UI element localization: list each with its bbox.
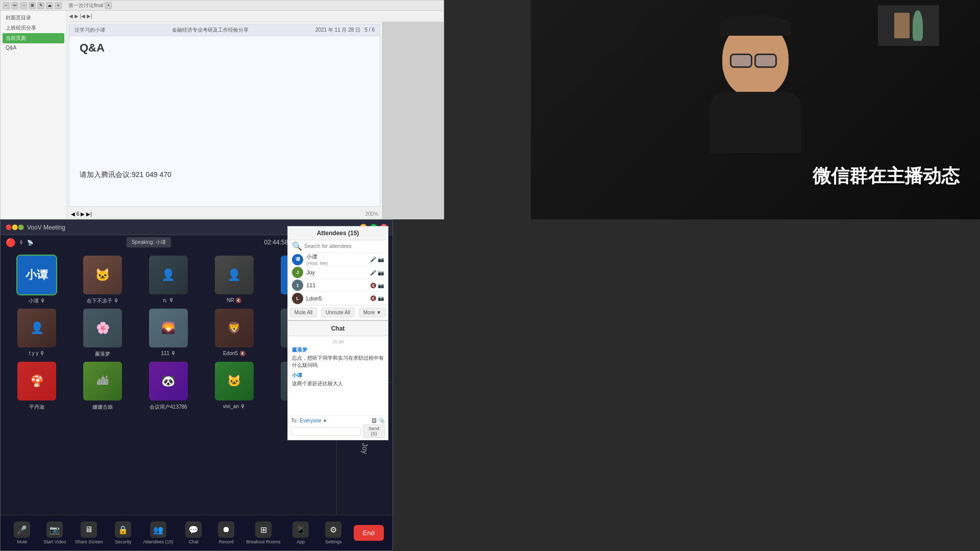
chat-panel: Chat 15:38 薰落梦 忘点，想听下同学和实习在求职过程中有什么疑问吗 小… — [287, 320, 388, 440]
person-head — [722, 20, 789, 97]
app-label: App — [297, 539, 305, 544]
attendees-tool[interactable]: 👥 Attendees (15) — [143, 521, 174, 544]
attendees-icon: 👥 — [150, 521, 166, 538]
more-button[interactable]: More ▼ — [359, 308, 386, 317]
nav-item-2[interactable]: 上班经历分享 — [3, 23, 64, 33]
nav-item-3[interactable]: 当前页面 — [3, 33, 64, 43]
participant-name-xunm: 薰落梦 — [95, 350, 110, 358]
voov-toolbar: 🎤 Mute 📷 Start Video 🖥 Share Screen 🔒 Se… — [1, 515, 393, 550]
toolbar-btn-4[interactable]: ⊞ — [29, 2, 36, 9]
participant-avatar-ssg: 🏙 — [82, 361, 123, 402]
end-meeting-button[interactable]: End — [354, 525, 384, 541]
participant-name-nr: NR 🔇 — [227, 297, 241, 303]
toolbar-btn-5[interactable]: ✎ — [37, 2, 44, 9]
share-screen-icon: 🖥 — [81, 521, 97, 538]
settings-tool[interactable]: ⚙ Settings — [321, 521, 346, 544]
breakout-label: Breakout Rooms — [247, 539, 281, 544]
settings-icon: ⚙ — [325, 521, 341, 538]
slide-page: 泛学习的小谭 金融经济专业考研及工作经验分享 2021 年 11 月 28 日 … — [69, 24, 380, 207]
share-screen-tool[interactable]: 🖥 Share Screen — [75, 521, 103, 544]
toolbar-btn-3[interactable]: → — [20, 2, 27, 9]
attendee-avatar-111: 1 — [292, 280, 303, 291]
breakout-icon: ⊞ — [255, 521, 272, 538]
toolbar-btn-2[interactable]: ↩ — [11, 2, 18, 9]
speaking-indicator: Speaking: 小谭 — [127, 237, 171, 247]
participant-tile-zx: 🐱 在下不凉子 🎙 — [71, 255, 134, 305]
attendees-search-input[interactable] — [304, 243, 384, 249]
shelf-decoration — [878, 5, 939, 46]
attendee-icons-xiaot: 🎤 📷 — [370, 257, 384, 262]
chat-to-select[interactable]: Everyone — [300, 418, 321, 423]
participant-avatar-conf: 🐼 — [148, 361, 189, 402]
security-tool[interactable]: 🔒 Security — [110, 521, 136, 544]
participant-name-zx: 在下不凉子 🎙 — [87, 297, 119, 305]
slide-header-left: 泛学习的小谭 — [75, 27, 105, 34]
person-body — [709, 92, 801, 153]
slide-meeting-text: 请加入腾讯会议:921 049 470 — [69, 164, 380, 186]
toolbar-btn-close[interactable]: × — [55, 2, 62, 9]
hair — [720, 15, 791, 36]
chat-image-icon[interactable]: 🖼 — [372, 418, 377, 423]
chat-sender-2: 小谭 — [292, 372, 384, 379]
search-icon: 🔍 — [292, 241, 302, 251]
participant-avatar-n: 👤 — [148, 255, 189, 295]
webcam-overlay-text: 微信群在主播动态 — [813, 164, 960, 189]
chat-to-row: To: Everyone ▾ 🖼 📎 — [291, 418, 385, 423]
cam-icon-111: 📷 — [378, 283, 384, 288]
slide-header-right: 2021 年 11 月 28 日 5 / 6 — [315, 27, 375, 34]
chat-sender-1: 薰落梦 — [292, 346, 384, 354]
mute-all-button[interactable]: Mute All — [290, 308, 317, 317]
chat-send-button[interactable]: Send (S) — [363, 424, 385, 438]
mic-icon-joy: 🎤 — [370, 270, 376, 276]
avatar-img-pdh: 🍄 — [17, 362, 56, 400]
start-video-tool[interactable]: 📷 Start Video — [42, 521, 67, 544]
app-tool[interactable]: 📱 App — [288, 521, 313, 544]
unmute-all-button[interactable]: Unmute All — [321, 308, 355, 317]
chat-tool[interactable]: 💬 Chat — [181, 521, 206, 544]
record-tool[interactable]: ⏺ Record — [213, 521, 239, 544]
slide-main: 泛学习的小谭 金融经济专业考研及工作经验分享 2021 年 11 月 28 日 … — [67, 22, 382, 219]
chat-panel-title: Chat — [288, 321, 388, 336]
participant-avatar-zx: 🐱 — [82, 255, 123, 295]
participant-tile-n: 👤 n. 🎙 — [137, 255, 200, 305]
participant-tile-ssg: 🏙 姗姗古娘 — [71, 361, 134, 411]
chat-input[interactable] — [291, 427, 361, 436]
chat-file-icon[interactable]: 📎 — [379, 418, 385, 423]
nav-item-1[interactable]: 封面页目录 — [3, 13, 64, 23]
participant-avatar-pdh: 🍄 — [16, 361, 57, 402]
attendee-tag-xiaot: (Host, Me) — [306, 261, 367, 266]
participant-tile-nr: 👤 NR 🔇 — [203, 255, 265, 305]
mute-tool[interactable]: 🎤 Mute — [9, 521, 35, 544]
attendee-avatar-joy: J — [292, 267, 303, 278]
participant-tile-111: 🌄 111 🎙 — [137, 308, 200, 358]
attendees-panel-title: Attendees (15) — [288, 227, 388, 240]
cam-icon-joy: 📷 — [378, 270, 384, 276]
presentation-nav: 封面页目录 上班经历分享 当前页面 Q&A — [1, 11, 67, 219]
start-video-icon: 📷 — [46, 521, 63, 538]
slide-header-center: 金融经济专业考研及工作经验分享 — [172, 27, 249, 34]
nav-item-4[interactable]: Q&A — [3, 43, 64, 52]
slide-header-bar: 泛学习的小谭 金融经济专业考研及工作经验分享 2021 年 11 月 28 日 … — [69, 24, 380, 36]
attendee-row-xiaot: 谭 小谭 (Host, Me) 🎤 📷 — [288, 253, 388, 266]
mic-icon-xiaot: 🎤 — [370, 257, 376, 262]
attendee-name-joy: Joy — [306, 269, 367, 276]
presentation-file-name: 第一次讨论final — [68, 2, 103, 9]
participant-name-edon5: Edon5 🔇 — [223, 350, 246, 356]
breakout-tool[interactable]: ⊞ Breakout Rooms — [247, 521, 281, 544]
add-tab-btn[interactable]: + — [105, 2, 112, 9]
start-video-label: Start Video — [43, 539, 66, 544]
chat-input-row: Send (S) — [291, 424, 385, 438]
participant-tile-xunm: 🌸 薰落梦 — [71, 308, 134, 358]
zoom-level: 200% — [365, 211, 378, 217]
cam-icon-xiaot: 📷 — [378, 257, 384, 262]
attendee-name-xiaot: 小谭 — [306, 253, 367, 261]
toolbar-btn-6[interactable]: ☁ — [46, 2, 53, 9]
attendee-name-111: 111 — [306, 282, 367, 288]
avatar-circle-xiaot: 小谭 — [17, 256, 56, 294]
settings-label: Settings — [325, 539, 342, 544]
toolbar-btn-1[interactable]: ← — [3, 2, 10, 9]
attendees-panel: Attendees (15) 🔍 谭 小谭 (Host, Me) 🎤 📷 J J… — [287, 226, 388, 320]
cam-icon-ldon5: 📷 — [378, 295, 384, 301]
chat-timestamp: 15:38 — [292, 339, 384, 344]
participant-name-n: n. 🎙 — [163, 297, 174, 303]
